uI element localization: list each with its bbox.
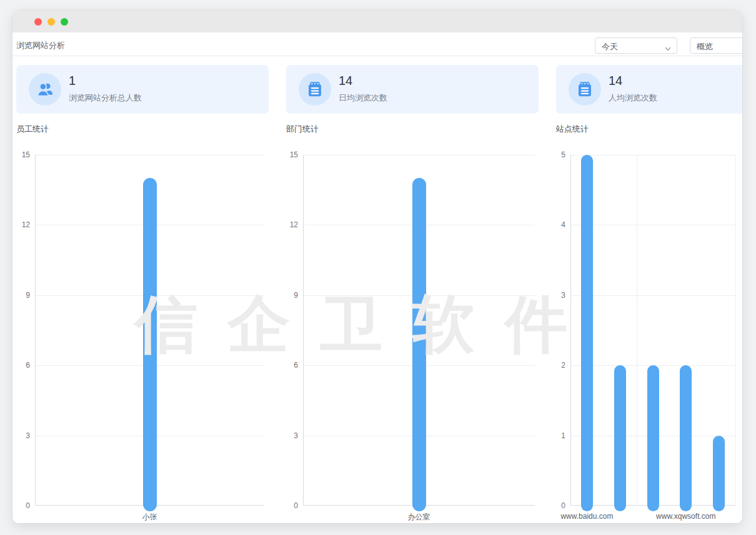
stat-card-per-user-views: 14 人均浏览次数 [556, 65, 742, 114]
site-chart-plot: 012345www.baidu.comwww.xqwsoft.com [570, 155, 735, 506]
chart-title-employee: 员工统计 [16, 124, 49, 135]
y-tick-label: 15 [277, 150, 298, 160]
bar[interactable] [680, 365, 692, 511]
x-axis-label: 小张 [100, 512, 200, 523]
y-tick-label: 0 [277, 501, 298, 511]
y-tick-label: 15 [12, 150, 30, 160]
gridline [570, 225, 735, 225]
stat-label: 日均浏览次数 [339, 92, 387, 104]
date-filter-select[interactable]: 今天 [595, 37, 677, 54]
stat-value: 14 [339, 74, 352, 88]
y-tick-label: 3 [12, 431, 30, 441]
stat-value: 14 [609, 74, 622, 88]
bar[interactable] [412, 178, 426, 511]
bar[interactable] [581, 155, 593, 511]
chart-title-department: 部门统计 [286, 124, 319, 135]
x-axis-label: www.baidu.com [537, 512, 637, 521]
view-mode-select[interactable]: 概览 [690, 37, 742, 54]
y-axis-line [570, 155, 571, 506]
stat-card-total-users: 1 浏览网站分析总人数 [16, 65, 269, 114]
y-tick-label: 6 [12, 360, 30, 370]
chart-title-site: 站点统计 [556, 124, 589, 135]
y-tick-label: 6 [277, 360, 298, 370]
gridline-vertical [637, 155, 637, 506]
y-tick-label: 3 [277, 431, 298, 441]
page-header: 浏览网站分析 今天 概览 [12, 32, 742, 56]
y-tick-label: 12 [12, 220, 30, 230]
department-chart-plot: 03691215办公室 [303, 155, 535, 506]
y-tick-label: 5 [544, 150, 565, 160]
stat-label: 浏览网站分析总人数 [69, 92, 142, 104]
stat-label: 人均浏览次数 [609, 92, 657, 104]
gridline [570, 295, 735, 296]
app-window: 浏览网站分析 今天 概览 信企卫软件 1 浏览网站分析总人数 [12, 10, 742, 523]
y-tick-label: 0 [544, 501, 565, 511]
y-tick-label: 2 [544, 360, 565, 370]
y-axis-line [303, 155, 304, 506]
notebook-icon [299, 73, 331, 106]
stat-card-daily-views: 14 日均浏览次数 [286, 65, 539, 114]
bar[interactable] [713, 436, 725, 511]
gridline-vertical [735, 155, 736, 506]
y-tick-label: 9 [277, 290, 298, 300]
window-titlebar [12, 10, 742, 32]
gridline [35, 155, 264, 155]
chevron-down-icon [665, 44, 671, 53]
employee-chart-plot: 03691215小张 [35, 155, 264, 506]
bar[interactable] [614, 365, 626, 511]
stat-value: 1 [69, 74, 76, 88]
close-window-button[interactable] [34, 18, 42, 26]
y-axis-line [35, 155, 36, 506]
minimize-window-button[interactable] [47, 18, 55, 26]
maximize-window-button[interactable] [61, 18, 68, 26]
view-mode-value: 概览 [697, 41, 713, 52]
page-title: 浏览网站分析 [16, 40, 65, 51]
y-tick-label: 9 [12, 290, 30, 300]
x-axis-label: 办公室 [369, 512, 469, 523]
y-tick-label: 1 [544, 431, 565, 441]
y-tick-label: 4 [544, 220, 565, 230]
y-tick-label: 3 [544, 290, 565, 300]
x-axis-label: www.xqwsoft.com [636, 512, 736, 521]
bar[interactable] [647, 365, 659, 511]
y-tick-label: 12 [277, 220, 298, 230]
gridline [570, 155, 735, 155]
users-icon [29, 73, 61, 106]
gridline [303, 155, 535, 155]
y-tick-label: 0 [12, 501, 30, 511]
date-filter-value: 今天 [602, 41, 618, 52]
bar[interactable] [143, 178, 157, 511]
notebook-icon [569, 73, 601, 106]
